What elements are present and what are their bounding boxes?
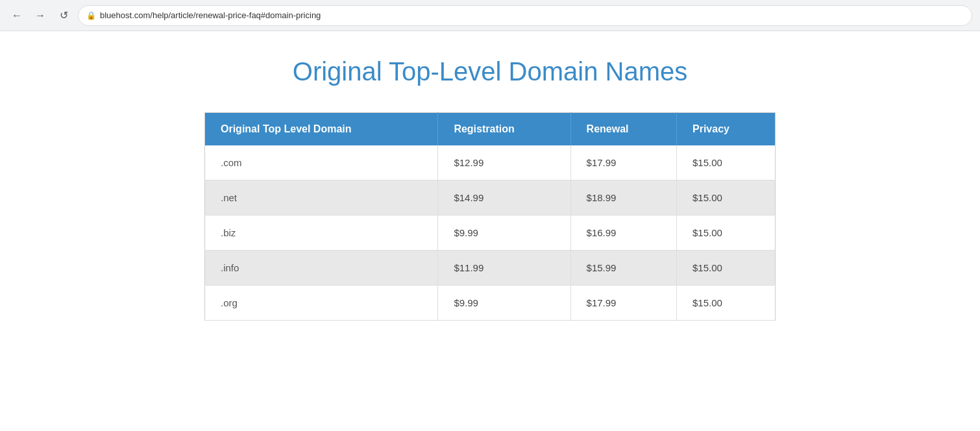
cell-renewal: $17.99 — [570, 145, 676, 180]
cell-privacy: $15.00 — [677, 145, 776, 180]
lock-icon: 🔒 — [86, 11, 96, 20]
pricing-table: Original Top Level Domain Registration R… — [204, 112, 776, 321]
col-header-privacy: Privacy — [677, 113, 776, 146]
col-header-domain: Original Top Level Domain — [205, 113, 438, 146]
table-row: .net$14.99$18.99$15.00 — [205, 180, 776, 216]
cell-domain: .info — [205, 251, 438, 286]
cell-domain: .org — [205, 286, 438, 321]
cell-domain: .biz — [205, 216, 438, 251]
table-row: .org$9.99$17.99$15.00 — [205, 286, 776, 321]
col-header-registration: Registration — [438, 113, 570, 146]
address-bar[interactable]: 🔒 bluehost.com/help/article/renewal-pric… — [78, 5, 972, 26]
col-header-renewal: Renewal — [570, 113, 676, 146]
cell-registration: $9.99 — [438, 286, 570, 321]
cell-registration: $9.99 — [438, 216, 570, 251]
cell-renewal: $16.99 — [570, 216, 676, 251]
table-row: .info$11.99$15.99$15.00 — [205, 251, 776, 286]
page-content: Original Top-Level Domain Names Original… — [0, 31, 980, 347]
cell-domain: .com — [205, 145, 438, 180]
table-row: .com$12.99$17.99$15.00 — [205, 145, 776, 180]
cell-privacy: $15.00 — [677, 216, 776, 251]
table-row: .biz$9.99$16.99$15.00 — [205, 216, 776, 251]
cell-renewal: $17.99 — [570, 286, 676, 321]
reload-button[interactable]: ↺ — [55, 6, 73, 25]
cell-renewal: $15.99 — [570, 251, 676, 286]
cell-registration: $14.99 — [438, 180, 570, 216]
cell-registration: $12.99 — [438, 145, 570, 180]
cell-privacy: $15.00 — [677, 251, 776, 286]
page-title: Original Top-Level Domain Names — [293, 57, 687, 86]
back-button[interactable]: ← — [8, 6, 26, 25]
cell-domain: .net — [205, 180, 438, 216]
browser-chrome: ← → ↺ 🔒 bluehost.com/help/article/renewa… — [0, 0, 980, 31]
table-header-row: Original Top Level Domain Registration R… — [205, 113, 776, 146]
url-text: bluehost.com/help/article/renewal-price-… — [100, 10, 321, 20]
cell-renewal: $18.99 — [570, 180, 676, 216]
cell-privacy: $15.00 — [677, 286, 776, 321]
cell-privacy: $15.00 — [677, 180, 776, 216]
cell-registration: $11.99 — [438, 251, 570, 286]
forward-button[interactable]: → — [31, 6, 49, 25]
